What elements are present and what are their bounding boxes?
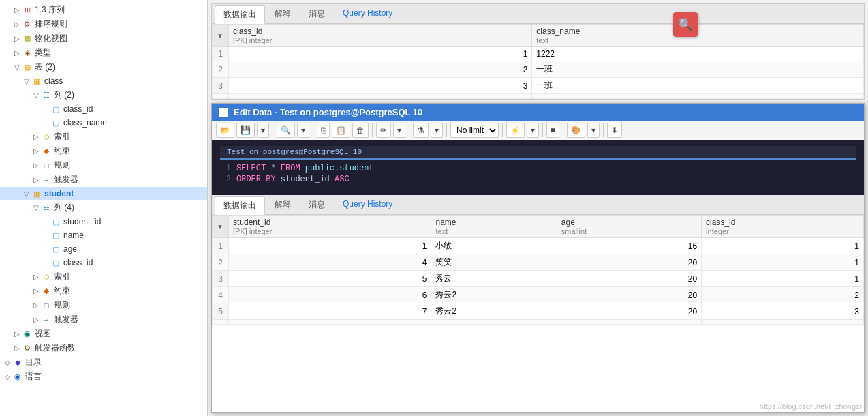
- sidebar-item-student-constraint[interactable]: ▷ ◆ 约束: [0, 284, 207, 298]
- table-row-empty: [213, 320, 864, 325]
- sidebar-label: 语言: [25, 371, 42, 383]
- expander-icon: ▽: [12, 63, 22, 71]
- tab-student-message[interactable]: 消息: [300, 196, 333, 214]
- student-tab-bar: 数据输出 解释 消息 Query History: [212, 195, 864, 215]
- sidebar-label: 触发器函数: [35, 342, 76, 354]
- filter-dropdown-button[interactable]: ▾: [431, 123, 443, 138]
- sidebar-item-class-index[interactable]: ▷ ◇ 索引: [0, 130, 207, 144]
- sidebar-item-sort-rule[interactable]: ▷ ⚙ 排序规则: [0, 17, 207, 31]
- func-icon: ⚙: [22, 343, 33, 354]
- paste-button[interactable]: 📋: [332, 123, 350, 138]
- row-num-header: ▼: [213, 216, 229, 238]
- tab-student-data-output[interactable]: 数据输出: [215, 196, 265, 215]
- column-icon: ▢: [50, 243, 61, 254]
- class-id-header[interactable]: class_id [PK] integer: [229, 25, 532, 47]
- student-name-header[interactable]: name text: [431, 216, 557, 238]
- save-button[interactable]: 💾: [236, 123, 255, 138]
- column-icon: ▢: [50, 257, 61, 268]
- expander-icon: [41, 259, 50, 267]
- sidebar-item-class-trigger[interactable]: ▷ → 触发器: [0, 173, 207, 187]
- sidebar-label: student: [44, 189, 74, 198]
- constraint-icon: ◆: [41, 146, 52, 157]
- paint-button[interactable]: 🎨: [567, 123, 585, 138]
- tab-explain[interactable]: 解释: [266, 5, 299, 23]
- sidebar-item-lang[interactable]: ◇ ◉ 语言: [0, 370, 207, 384]
- right-panel: 数据输出 解释 消息 Query History ▼: [208, 0, 868, 416]
- student-classid-header[interactable]: class_id integer: [702, 216, 864, 238]
- sidebar-item-type[interactable]: ▷ ◈ 类型: [0, 46, 207, 60]
- type-icon: ◈: [22, 48, 33, 59]
- class-name-header[interactable]: class_name text: [532, 25, 864, 47]
- search-button[interactable]: 🔍: [277, 123, 295, 138]
- expander-icon: ▷: [12, 330, 22, 338]
- delete-button[interactable]: 🗑: [352, 123, 369, 138]
- sidebar-item-class-name[interactable]: ▢ class_name: [0, 116, 207, 130]
- window-icon: [219, 108, 228, 117]
- sidebar-item-seq[interactable]: ▷ ⊞ 1.3 序列: [0, 3, 207, 17]
- sidebar-item-student-cols[interactable]: ▽ ☷ 列 (4): [0, 200, 207, 215]
- tab-message[interactable]: 消息: [300, 5, 333, 23]
- sort-icon: ⚙: [22, 19, 33, 30]
- tab-query-history[interactable]: Query History: [335, 5, 401, 23]
- sidebar-item-student-classid[interactable]: ▢ class_id: [0, 256, 207, 269]
- expander-icon: ▷: [31, 162, 41, 169]
- expander-icon: ▷: [12, 20, 22, 28]
- expander-icon: ▽: [31, 91, 41, 99]
- table-row: 3 3 一班: [213, 78, 864, 94]
- sidebar-item-class-constraint[interactable]: ▷ ◆ 约束: [0, 144, 207, 158]
- sidebar-item-student-rule[interactable]: ▷ □ 规则: [0, 298, 207, 312]
- column-icon: ▢: [50, 117, 61, 128]
- save-dropdown-button[interactable]: ▾: [257, 123, 269, 138]
- execute-button[interactable]: ⚡: [506, 123, 525, 138]
- search-dropdown-button[interactable]: ▾: [297, 123, 309, 138]
- expander-icon: ▷: [12, 344, 22, 352]
- tab-data-output[interactable]: 数据输出: [215, 5, 265, 24]
- sidebar-item-views[interactable]: ▷ ◉ 视图: [0, 327, 207, 341]
- edit-dropdown-button[interactable]: ▾: [393, 123, 405, 138]
- download-button[interactable]: ⬇: [607, 123, 622, 138]
- sidebar-item-class-cols[interactable]: ▽ ☷ 列 (2): [0, 88, 207, 102]
- sidebar-label: 触发器: [54, 314, 78, 325]
- student-data-table: ▼ student_id [PK] integer name text age: [212, 215, 864, 325]
- sidebar-item-class[interactable]: ▽ ▦ class: [0, 74, 207, 88]
- sidebar-item-tables[interactable]: ▽ ▦ 表 (2): [0, 60, 207, 74]
- paint-dropdown-button[interactable]: ▾: [587, 123, 600, 138]
- sidebar-item-student-id[interactable]: ▢ student_id: [0, 215, 207, 228]
- window-title: Edit Data - Test on postgres@PostgreSQL …: [234, 107, 422, 117]
- sidebar-label: 视图: [35, 328, 51, 340]
- column-icon: ☷: [41, 203, 52, 213]
- execute-dropdown-button[interactable]: ▾: [527, 123, 539, 138]
- expander-icon: ▷: [12, 35, 22, 42]
- tab-student-explain[interactable]: 解释: [266, 196, 299, 214]
- mat-view-icon: ▦: [22, 33, 33, 44]
- sidebar-item-student-name[interactable]: ▢ name: [0, 228, 207, 242]
- expander-icon: ▷: [31, 287, 41, 295]
- edit-button[interactable]: ✏: [376, 123, 391, 138]
- sidebar-label: 索引: [54, 271, 70, 282]
- sidebar-item-student[interactable]: ▽ ▦ student: [0, 187, 207, 200]
- sidebar-item-student-index[interactable]: ▷ ◇ 索引: [0, 269, 207, 284]
- separator: [409, 123, 409, 137]
- student-id-header[interactable]: student_id [PK] integer: [229, 216, 431, 238]
- expander-icon: ▷: [31, 176, 41, 183]
- separator: [372, 123, 373, 137]
- sidebar-item-student-age[interactable]: ▢ age: [0, 242, 207, 256]
- sidebar-item-class-rule[interactable]: ▷ □ 规则: [0, 158, 207, 173]
- limit-select[interactable]: No limit 100 500 1000: [450, 123, 499, 138]
- sidebar-item-class-id[interactable]: ▢ class_id: [0, 102, 207, 116]
- connection-tab[interactable]: Test on postgres@PostgreSQL 10: [220, 146, 856, 160]
- student-age-header[interactable]: age smallint: [557, 216, 701, 238]
- copy-button[interactable]: ⎘: [317, 123, 330, 138]
- sidebar-item-catalog[interactable]: ◇ ◆ 目录: [0, 355, 207, 370]
- sidebar-item-mat-view[interactable]: ▷ ▦ 物化视图: [0, 31, 207, 46]
- open-file-button[interactable]: 📂: [216, 123, 234, 138]
- sidebar-label: class_id: [63, 258, 93, 267]
- filter-button[interactable]: ⚗: [413, 123, 429, 138]
- sql-editor[interactable]: Test on postgres@PostgreSQL 10 1 SELECT …: [212, 140, 864, 195]
- sidebar-item-trigger-funcs[interactable]: ▷ ⚙ 触发器函数: [0, 341, 207, 355]
- sidebar-item-student-trigger[interactable]: ▷ → 触发器: [0, 312, 207, 327]
- tab-student-query-history[interactable]: Query History: [335, 196, 401, 214]
- search-fab-button[interactable]: 🔍: [673, 12, 698, 37]
- stop-button[interactable]: ■: [546, 123, 559, 138]
- table-row: 1 1 1222: [213, 47, 864, 61]
